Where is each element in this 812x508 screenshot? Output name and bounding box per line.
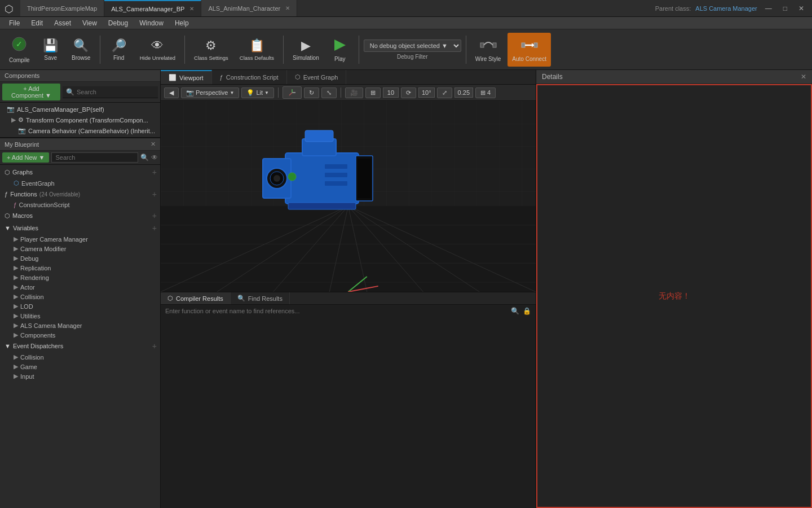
tab-thirdperson[interactable]: ThirdPersonExampleMap [20,0,104,16]
num4-button[interactable]: ⊞ 4 [475,87,496,98]
var-debug[interactable]: ▶ Debug [0,253,160,263]
rotate-button[interactable]: ↻ [304,87,319,98]
dispatcher-collision[interactable]: ▶ Collision [0,352,160,362]
title-bar: ⬡ ThirdPersonExampleMap ALS_CameraManage… [0,0,812,17]
viewport-label: Viewport [179,75,204,81]
tab-close-icon[interactable]: ✕ [285,5,290,11]
component-search-input[interactable] [77,89,155,95]
macros-section-header[interactable]: ⬡ Macros + [0,209,160,222]
tab-close-icon[interactable]: ✕ [189,6,194,12]
tree-item-transform[interactable]: ▶ ⚙ Transform Component (TransformCompon… [0,115,160,125]
close-icon[interactable]: ✕ [151,141,156,148]
add-function-button[interactable]: + [152,190,157,199]
search-icon2: 🔍 [140,154,149,161]
var-actor[interactable]: ▶ Actor [0,282,160,292]
blueprint-search-input[interactable] [51,152,138,163]
add-variable-button[interactable]: + [152,224,157,233]
visibility-icon[interactable]: 👁 [151,154,158,161]
var-player-camera[interactable]: ▶ Player Camera Manager [0,234,160,244]
find-button[interactable]: 🔎 Find [105,33,133,67]
construction-script-item[interactable]: ƒ ConstructionScript [0,200,160,209]
event-dispatchers-header[interactable]: ▼ Event Dispatchers + [0,340,160,352]
my-blueprint-header: My Blueprint ✕ [0,138,160,151]
menu-debug[interactable]: Debug [103,18,134,28]
var-utilities[interactable]: ▶ Utilities [0,311,160,321]
var-collision[interactable]: ▶ Collision [0,292,160,301]
find-results-tab[interactable]: 🔍 Find Results [231,292,290,304]
menu-window[interactable]: Window [134,18,169,28]
add-macro-button[interactable]: + [152,211,157,220]
dispatcher-game[interactable]: ▶ Game [0,362,160,371]
compiler-results-tab[interactable]: ⬡ Compiler Results [161,292,231,304]
parent-class-value[interactable]: ALS Camera Manager [695,5,757,12]
simulation-button[interactable]: ▶ Simulation [288,33,324,67]
details-close-icon[interactable]: ✕ [801,73,806,81]
camera-speed-button[interactable]: 🎥 [345,87,363,98]
variables-section-header[interactable]: ▼ Variables + [0,222,160,234]
var-lod[interactable]: ▶ LOD [0,301,160,311]
var-camera-modifier[interactable]: ▶ Camera Modifier [0,244,160,253]
var-rendering[interactable]: ▶ Rendering [0,273,160,282]
graphs-section-header[interactable]: ⬡ Graphs + [0,166,160,178]
add-component-row: + Add Component ▼ 🔍 [0,82,160,103]
auto-connect-button[interactable]: Auto Connect [508,33,551,67]
var-components[interactable]: ▶ Components [0,330,160,340]
menu-asset[interactable]: Asset [48,18,77,28]
construction-script-tab[interactable]: ƒ Construction Script [212,70,287,84]
tree-item-camera-behavior[interactable]: 📷 Camera Behavior (CameraBehavior) (Inhe… [0,125,160,136]
var-als-camera[interactable]: ▶ ALS Camera Manager [0,321,160,330]
debug-select[interactable]: No debug object selected ▼ [364,40,461,52]
wire-style-button[interactable]: Wire Style [471,35,506,64]
play-button[interactable]: Play [326,33,354,67]
find-search-icon[interactable]: 🔍 [511,307,519,315]
variables-chevron: ▼ [5,225,11,231]
menu-file[interactable]: File [3,18,25,28]
class-defaults-button[interactable]: 📋 Class Defaults [235,33,279,67]
grid-snap-button[interactable]: ⊞ [365,87,381,98]
add-component-button[interactable]: + Add Component ▼ [2,84,60,100]
compile-button[interactable]: ✓ Compile [5,33,34,67]
scale-snap-button[interactable]: ⤢ [437,87,452,98]
event-graph-icon: ⬡ [14,179,19,187]
var-chevron6: ▶ [14,283,18,291]
hide-unrelated-button[interactable]: 👁 Hide Unrelated [135,33,180,67]
functions-section-header[interactable]: ƒ Functions (24 Overridable) + [0,188,160,200]
add-new-button[interactable]: + Add New ▼ [2,152,49,163]
menu-help[interactable]: Help [169,18,195,28]
window-maximize[interactable]: □ [780,5,791,12]
find-lock-icon[interactable]: 🔒 [523,307,531,315]
rotation-snap-button[interactable]: ⟳ [401,87,416,98]
center-panel: ⬜ Viewport ƒ Construction Script ⬡ Event… [161,70,536,508]
window-minimize[interactable]: — [762,5,775,12]
viewport-back-button[interactable]: ◀ [164,87,179,98]
camera-3d-model [251,125,392,238]
scale-button[interactable]: ⤡ [321,87,337,98]
var-replication[interactable]: ▶ Replication [0,263,160,273]
menu-bar: File Edit Asset View Debug Window Help [0,17,812,29]
find-references-input[interactable] [165,308,508,314]
menu-edit[interactable]: Edit [25,18,48,28]
class-settings-button[interactable]: ⚙ Class Settings [189,33,233,67]
perspective-button[interactable]: 📷 Perspective ▼ [181,87,239,98]
window-close[interactable]: ✕ [795,5,807,12]
tab-alscamera[interactable]: ALS_CameraManager_BP ✕ [104,0,201,16]
save-button[interactable]: 💾 Save [37,33,65,67]
lit-button[interactable]: 💡 Lit ▼ [241,87,274,98]
tab-alsanim[interactable]: ALS_AnimMan_Character ✕ [201,0,297,16]
event-graph-item[interactable]: ⬡ EventGraph [0,178,160,188]
functions-label: Functions [10,191,37,198]
viewport-area[interactable] [161,101,536,292]
variables-label: Variables [13,225,38,231]
compiler-results-label: Compiler Results [176,295,223,302]
menu-view[interactable]: View [77,18,103,28]
translate-button[interactable] [283,86,302,99]
viewport-tab[interactable]: ⬜ Viewport [161,70,212,84]
disp-chevron1: ▶ [14,353,18,361]
dispatcher-input[interactable]: ▶ Input [0,371,160,381]
event-graph-tab[interactable]: ⬡ Event Graph [287,70,347,84]
browse-button[interactable]: 🔍 Browse [67,33,95,67]
add-graph-button[interactable]: + [152,168,157,177]
add-dispatcher-button[interactable]: + [152,341,157,351]
tree-arrow: ▶ [11,116,16,124]
tree-item-self[interactable]: 📷 ALS_CameraManager_BP(self) [0,104,160,115]
